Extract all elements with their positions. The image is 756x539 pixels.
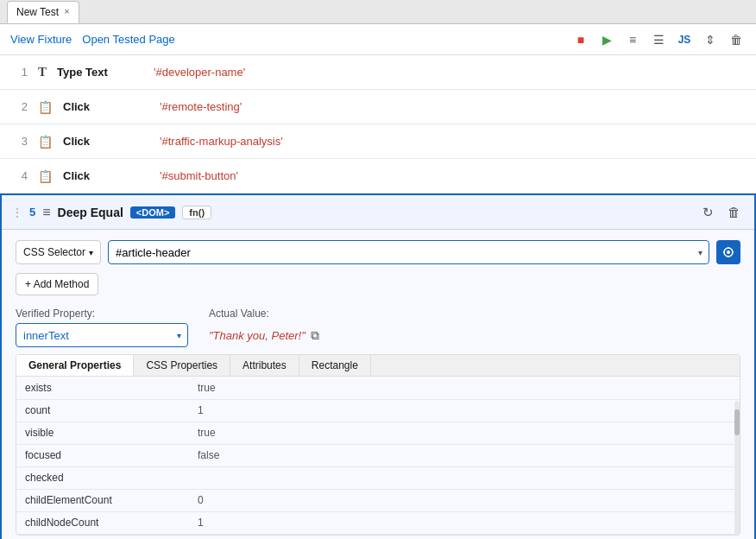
stop-icon[interactable]: ■ [571,30,590,49]
property-value: 0 [189,489,740,511]
step5-trash-icon[interactable]: 🗑 [724,203,744,221]
step-number: 2 [14,100,28,113]
property-value: false [189,444,740,466]
list-item: exists true [16,377,740,399]
steps-list: 1 T Type Text '#developer-name' 2 📋 Clic… [0,55,756,193]
js-icon[interactable]: JS [675,30,694,49]
step-type-icon: 📋 [38,100,53,114]
property-value: 1 [189,399,740,422]
refresh-icon[interactable]: ↻ [699,203,717,222]
open-tested-page-link[interactable]: Open Tested Page [82,33,174,46]
property-value: true [189,377,740,399]
property-value: 1 [189,511,740,534]
step-selector-value: '#developer-name' [154,66,245,79]
step-action-name: Click [63,100,149,113]
trash-icon[interactable]: 🗑 [727,30,746,49]
list-item: focused false [16,444,740,466]
list-item: childNodeCount 1 [16,511,740,534]
svg-point-1 [727,250,730,254]
property-key: count [16,399,189,422]
property-value: true [189,422,740,444]
step-action-name: Type Text [57,66,143,79]
list-ordered-icon[interactable]: ≡ [623,30,642,49]
fn-badge[interactable]: fn() [182,206,211,219]
properties-tab[interactable]: Attributes [230,355,299,376]
properties-table: exists true count 1 visible true focused… [16,377,740,535]
toolbar-right: ■ ▶ ≡ ☰ JS ⇕ 🗑 [571,30,746,49]
property-key: exists [16,377,189,399]
property-key: visible [16,422,189,444]
selector-input-wrap: ▾ [108,240,709,264]
property-key: checked [16,466,189,489]
property-value [189,466,740,489]
properties-tab[interactable]: Rectangle [299,355,371,376]
step-number: 3 [14,135,28,148]
verified-property-select[interactable]: innerText innerHTML value exists visible [16,323,188,347]
step-type-icon: T [38,65,47,79]
step5-header: ⋮ 5 ≡ Deep Equal <DOM> fn() ↻ 🗑 [2,195,754,230]
properties-tab[interactable]: CSS Properties [134,355,230,376]
scroll-bar[interactable] [734,401,740,536]
step-action-name: Click [63,135,149,148]
list-item: count 1 [16,399,740,422]
step5-panel: ⋮ 5 ≡ Deep Equal <DOM> fn() ↻ 🗑 CSS Sele… [0,193,756,539]
verified-actual-row: Verified Property: innerText innerHTML v… [16,308,740,347]
selector-type-arrow: ▾ [89,248,93,257]
property-key: focused [16,444,189,466]
properties-table-wrap: General PropertiesCSS PropertiesAttribut… [16,354,740,536]
drag-handle-icon: ⋮ [12,206,22,219]
target-icon [722,246,734,258]
table-row: 3 📋 Click '#traffic-markup-analysis' [0,124,756,159]
property-key: childElementCount [16,489,189,511]
expand-icon[interactable]: ⇕ [701,30,720,49]
actual-value-text: "Thank you, Peter!" [209,329,306,342]
list-item: checked [16,466,740,489]
copy-icon[interactable]: ⧉ [311,328,319,343]
step-action-name: Click [63,169,149,182]
step-number: 4 [14,169,28,182]
props-table-container: exists true count 1 visible true focused… [16,377,740,535]
step5-body: CSS Selector ▾ ▾ [2,230,754,539]
step5-number: 5 [29,206,35,219]
step-selector-value: '#submit-button' [160,169,238,182]
step-number: 1 [14,66,28,79]
properties-tab[interactable]: General Properties [16,355,134,376]
main-content: 1 T Type Text '#developer-name' 2 📋 Clic… [0,55,756,539]
scroll-thumb[interactable] [734,409,740,435]
selector-type-label: CSS Selector [23,246,85,258]
tab-label: New Test [16,6,59,18]
view-fixture-link[interactable]: View Fixture [10,33,72,46]
new-test-tab[interactable]: New Test × [7,1,79,23]
verified-select-wrap: innerText innerHTML value exists visible… [16,323,188,347]
selector-row: CSS Selector ▾ ▾ [16,240,740,264]
table-row: 1 T Type Text '#developer-name' [0,55,756,90]
verified-col: Verified Property: innerText innerHTML v… [16,308,188,347]
equals-icon: ≡ [42,205,50,220]
actual-label: Actual Value: [209,308,319,320]
run-icon[interactable]: ▶ [597,30,616,49]
step-type-icon: 📋 [38,135,53,149]
list-item: visible true [16,422,740,444]
tab-close-button[interactable]: × [64,7,69,16]
step5-label: Deep Equal [58,206,123,219]
step-selector-value: '#traffic-markup-analysis' [160,135,283,148]
selector-input[interactable] [108,240,709,264]
property-key: childNodeCount [16,511,189,534]
dom-badge[interactable]: <DOM> [130,206,176,219]
properties-tabs: General PropertiesCSS PropertiesAttribut… [16,355,740,377]
actual-col: Actual Value: "Thank you, Peter!" ⧉ [209,308,319,347]
actual-value-row: "Thank you, Peter!" ⧉ [209,323,319,347]
tab-bar: New Test × [0,0,756,24]
toolbar: View Fixture Open Tested Page ■ ▶ ≡ ☰ JS… [0,24,756,55]
list-item: childElementCount 0 [16,489,740,511]
verified-label: Verified Property: [16,308,188,320]
selector-type-dropdown[interactable]: CSS Selector ▾ [16,240,101,264]
list-icon[interactable]: ☰ [649,30,668,49]
step-selector-value: '#remote-testing' [160,100,242,113]
add-method-button[interactable]: + Add Method [16,273,98,295]
toolbar-left: View Fixture Open Tested Page [10,33,564,46]
table-row: 4 📋 Click '#submit-button' [0,159,756,193]
selector-target-button[interactable] [716,240,740,264]
table-row: 2 📋 Click '#remote-testing' [0,90,756,124]
step-type-icon: 📋 [38,169,53,183]
